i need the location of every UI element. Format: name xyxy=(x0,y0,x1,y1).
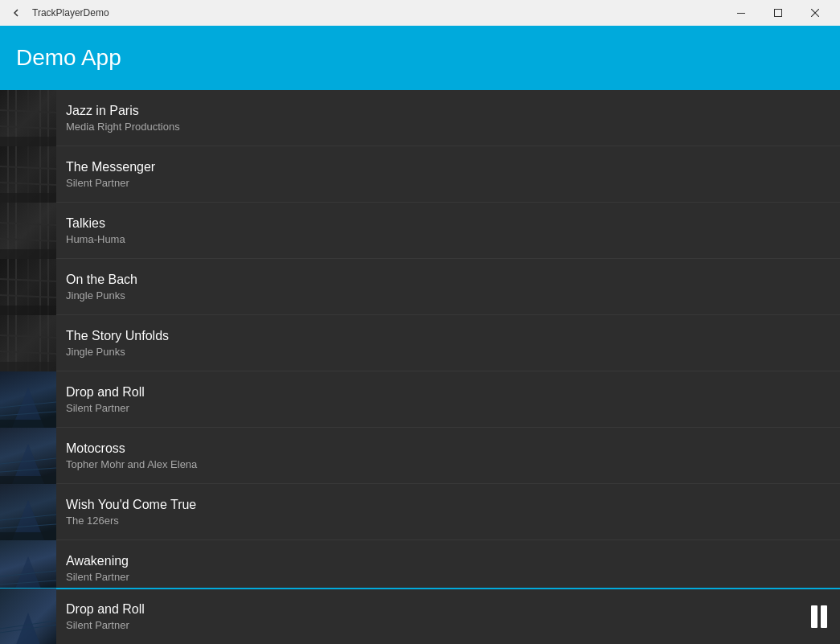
track-artist: Jingle Punks xyxy=(66,346,830,358)
svg-rect-53 xyxy=(0,420,56,428)
track-artist: Silent Partner xyxy=(66,402,830,414)
track-item[interactable]: Drop and Roll Silent Partner xyxy=(0,371,840,428)
track-artist: Topher Mohr and Alex Elena xyxy=(66,458,830,470)
track-artist: Silent Partner xyxy=(66,571,830,583)
now-playing-track-artist: Silent Partner xyxy=(66,619,801,631)
track-artwork xyxy=(0,259,56,315)
track-name: Talkies xyxy=(66,216,830,231)
window-controls xyxy=(723,0,834,26)
track-info: On the Bach Jingle Punks xyxy=(56,273,840,301)
track-info: The Messenger Silent Partner xyxy=(56,160,840,189)
track-artist: Huma-Huma xyxy=(66,233,830,245)
track-artwork xyxy=(0,203,56,259)
app-header: Demo App xyxy=(0,26,840,90)
back-button[interactable] xyxy=(6,3,26,23)
track-artwork xyxy=(0,428,56,484)
track-artist: Silent Partner xyxy=(66,177,830,189)
track-name: Drop and Roll xyxy=(66,385,830,400)
svg-rect-12 xyxy=(0,137,56,146)
track-artist: Jingle Punks xyxy=(66,289,830,301)
track-info: Talkies Huma-Huma xyxy=(56,216,840,245)
minimize-button[interactable] xyxy=(723,0,760,26)
playback-controls[interactable] xyxy=(811,605,840,628)
track-info: The Story Unfolds Jingle Punks xyxy=(56,329,840,358)
now-playing-artwork xyxy=(0,589,56,644)
svg-rect-63 xyxy=(0,532,56,540)
track-item[interactable]: Jazz in Paris Media Right Productions xyxy=(0,90,840,146)
track-name: On the Bach xyxy=(66,273,830,287)
now-playing-track-name: Drop and Roll xyxy=(66,602,801,617)
track-artwork xyxy=(0,484,56,540)
track-name: Motocross xyxy=(66,441,830,456)
track-info: Jazz in Paris Media Right Productions xyxy=(56,104,840,133)
svg-rect-58 xyxy=(0,476,56,484)
track-name: Wish You'd Come True xyxy=(66,498,830,512)
svg-rect-30 xyxy=(0,249,56,259)
track-info: Drop and Roll Silent Partner xyxy=(56,385,840,414)
pause-bar-left xyxy=(811,605,817,628)
track-info: Awakening Silent Partner xyxy=(56,554,840,583)
track-info: Wish You'd Come True The 126ers xyxy=(56,498,840,527)
track-info: Motocross Topher Mohr and Alex Elena xyxy=(56,441,840,470)
pause-button[interactable] xyxy=(811,605,827,628)
pause-bar-right xyxy=(821,605,827,628)
svg-rect-48 xyxy=(0,362,56,371)
window-title: TrackPlayerDemo xyxy=(32,7,109,18)
svg-rect-21 xyxy=(0,193,56,203)
svg-rect-1 xyxy=(775,10,782,17)
track-item[interactable]: Motocross Topher Mohr and Alex Elena xyxy=(0,428,840,484)
now-playing-bar: Drop and Roll Silent Partner xyxy=(0,588,840,644)
track-artist: The 126ers xyxy=(66,515,830,527)
track-artwork xyxy=(0,146,56,203)
close-button[interactable] xyxy=(797,0,834,26)
track-item[interactable]: The Messenger Silent Partner xyxy=(0,146,840,203)
track-item[interactable]: On the Bach Jingle Punks xyxy=(0,259,840,315)
app-title: Demo App xyxy=(16,45,121,71)
track-item[interactable]: The Story Unfolds Jingle Punks xyxy=(0,315,840,371)
track-item[interactable]: Talkies Huma-Huma xyxy=(0,203,840,259)
track-name: The Messenger xyxy=(66,160,830,174)
track-name: The Story Unfolds xyxy=(66,329,830,343)
now-playing-info: Drop and Roll Silent Partner xyxy=(56,602,811,631)
track-artwork xyxy=(0,90,56,146)
title-bar-left: TrackPlayerDemo xyxy=(6,3,109,23)
track-artist: Media Right Productions xyxy=(66,121,830,133)
maximize-button[interactable] xyxy=(760,0,797,26)
track-name: Awakening xyxy=(66,554,830,568)
track-artwork xyxy=(0,371,56,428)
track-name: Jazz in Paris xyxy=(66,104,830,118)
track-list[interactable]: Jazz in Paris Media Right Productions Th… xyxy=(0,90,840,644)
title-bar: TrackPlayerDemo xyxy=(0,0,840,26)
svg-rect-39 xyxy=(0,306,56,315)
track-artwork xyxy=(0,315,56,371)
track-item[interactable]: Wish You'd Come True The 126ers xyxy=(0,484,840,540)
